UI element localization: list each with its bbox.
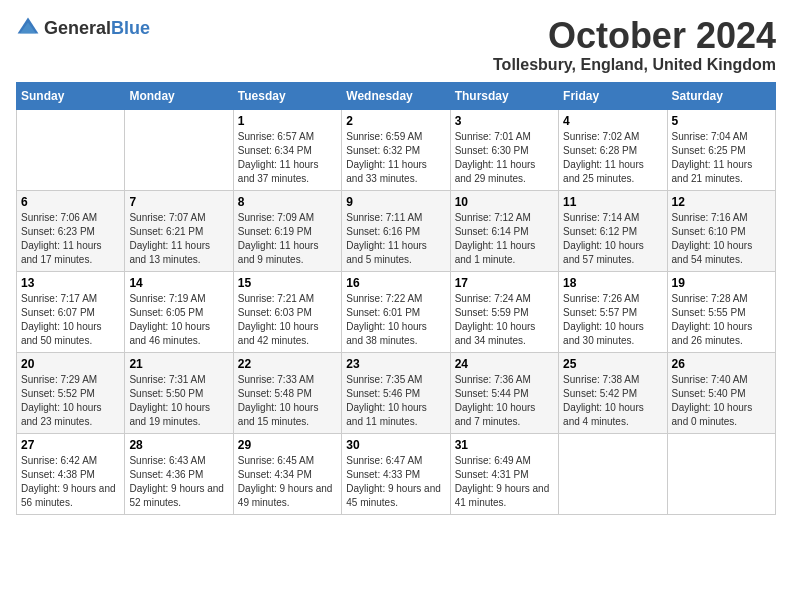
day-header-monday: Monday: [125, 82, 233, 109]
calendar-cell: 21Sunrise: 7:31 AM Sunset: 5:50 PM Dayli…: [125, 352, 233, 433]
calendar-week-row: 27Sunrise: 6:42 AM Sunset: 4:38 PM Dayli…: [17, 433, 776, 514]
calendar-cell: 6Sunrise: 7:06 AM Sunset: 6:23 PM Daylig…: [17, 190, 125, 271]
calendar-table: SundayMondayTuesdayWednesdayThursdayFrid…: [16, 82, 776, 515]
calendar-cell: 28Sunrise: 6:43 AM Sunset: 4:36 PM Dayli…: [125, 433, 233, 514]
day-number: 7: [129, 195, 228, 209]
calendar-cell: [559, 433, 667, 514]
logo-general: General: [44, 18, 111, 38]
calendar-cell: 5Sunrise: 7:04 AM Sunset: 6:25 PM Daylig…: [667, 109, 775, 190]
day-info: Sunrise: 7:16 AM Sunset: 6:10 PM Dayligh…: [672, 211, 771, 267]
day-number: 18: [563, 276, 662, 290]
day-number: 19: [672, 276, 771, 290]
location-title: Tollesbury, England, United Kingdom: [493, 56, 776, 74]
calendar-cell: 19Sunrise: 7:28 AM Sunset: 5:55 PM Dayli…: [667, 271, 775, 352]
day-number: 12: [672, 195, 771, 209]
day-number: 5: [672, 114, 771, 128]
calendar-cell: 26Sunrise: 7:40 AM Sunset: 5:40 PM Dayli…: [667, 352, 775, 433]
day-header-wednesday: Wednesday: [342, 82, 450, 109]
day-info: Sunrise: 7:12 AM Sunset: 6:14 PM Dayligh…: [455, 211, 554, 267]
day-number: 4: [563, 114, 662, 128]
day-number: 1: [238, 114, 337, 128]
calendar-cell: 14Sunrise: 7:19 AM Sunset: 6:05 PM Dayli…: [125, 271, 233, 352]
calendar-cell: [667, 433, 775, 514]
day-number: 26: [672, 357, 771, 371]
calendar-cell: 7Sunrise: 7:07 AM Sunset: 6:21 PM Daylig…: [125, 190, 233, 271]
day-info: Sunrise: 7:35 AM Sunset: 5:46 PM Dayligh…: [346, 373, 445, 429]
day-number: 13: [21, 276, 120, 290]
day-info: Sunrise: 7:21 AM Sunset: 6:03 PM Dayligh…: [238, 292, 337, 348]
calendar-cell: [17, 109, 125, 190]
day-number: 27: [21, 438, 120, 452]
calendar-cell: 1Sunrise: 6:57 AM Sunset: 6:34 PM Daylig…: [233, 109, 341, 190]
day-info: Sunrise: 7:01 AM Sunset: 6:30 PM Dayligh…: [455, 130, 554, 186]
calendar-cell: 11Sunrise: 7:14 AM Sunset: 6:12 PM Dayli…: [559, 190, 667, 271]
calendar-cell: 9Sunrise: 7:11 AM Sunset: 6:16 PM Daylig…: [342, 190, 450, 271]
calendar-week-row: 6Sunrise: 7:06 AM Sunset: 6:23 PM Daylig…: [17, 190, 776, 271]
calendar-cell: 2Sunrise: 6:59 AM Sunset: 6:32 PM Daylig…: [342, 109, 450, 190]
day-header-thursday: Thursday: [450, 82, 558, 109]
day-header-tuesday: Tuesday: [233, 82, 341, 109]
logo-blue-text: Blue: [111, 18, 150, 38]
day-info: Sunrise: 6:57 AM Sunset: 6:34 PM Dayligh…: [238, 130, 337, 186]
calendar-cell: [125, 109, 233, 190]
day-info: Sunrise: 7:28 AM Sunset: 5:55 PM Dayligh…: [672, 292, 771, 348]
day-info: Sunrise: 6:45 AM Sunset: 4:34 PM Dayligh…: [238, 454, 337, 510]
calendar-cell: 25Sunrise: 7:38 AM Sunset: 5:42 PM Dayli…: [559, 352, 667, 433]
day-info: Sunrise: 7:17 AM Sunset: 6:07 PM Dayligh…: [21, 292, 120, 348]
day-info: Sunrise: 7:36 AM Sunset: 5:44 PM Dayligh…: [455, 373, 554, 429]
day-number: 31: [455, 438, 554, 452]
day-number: 11: [563, 195, 662, 209]
calendar-week-row: 1Sunrise: 6:57 AM Sunset: 6:34 PM Daylig…: [17, 109, 776, 190]
day-number: 6: [21, 195, 120, 209]
calendar-cell: 3Sunrise: 7:01 AM Sunset: 6:30 PM Daylig…: [450, 109, 558, 190]
day-number: 2: [346, 114, 445, 128]
title-block: October 2024 Tollesbury, England, United…: [493, 16, 776, 74]
day-info: Sunrise: 7:02 AM Sunset: 6:28 PM Dayligh…: [563, 130, 662, 186]
calendar-cell: 17Sunrise: 7:24 AM Sunset: 5:59 PM Dayli…: [450, 271, 558, 352]
day-info: Sunrise: 7:19 AM Sunset: 6:05 PM Dayligh…: [129, 292, 228, 348]
day-number: 25: [563, 357, 662, 371]
calendar-cell: 31Sunrise: 6:49 AM Sunset: 4:31 PM Dayli…: [450, 433, 558, 514]
logo-text: GeneralBlue: [44, 18, 150, 39]
day-number: 20: [21, 357, 120, 371]
day-info: Sunrise: 6:49 AM Sunset: 4:31 PM Dayligh…: [455, 454, 554, 510]
calendar-cell: 16Sunrise: 7:22 AM Sunset: 6:01 PM Dayli…: [342, 271, 450, 352]
day-info: Sunrise: 7:24 AM Sunset: 5:59 PM Dayligh…: [455, 292, 554, 348]
logo-icon: [16, 16, 40, 40]
day-number: 3: [455, 114, 554, 128]
day-info: Sunrise: 7:29 AM Sunset: 5:52 PM Dayligh…: [21, 373, 120, 429]
day-info: Sunrise: 7:04 AM Sunset: 6:25 PM Dayligh…: [672, 130, 771, 186]
day-number: 23: [346, 357, 445, 371]
day-number: 9: [346, 195, 445, 209]
calendar-cell: 20Sunrise: 7:29 AM Sunset: 5:52 PM Dayli…: [17, 352, 125, 433]
day-header-friday: Friday: [559, 82, 667, 109]
day-info: Sunrise: 7:11 AM Sunset: 6:16 PM Dayligh…: [346, 211, 445, 267]
day-header-sunday: Sunday: [17, 82, 125, 109]
day-number: 29: [238, 438, 337, 452]
calendar-cell: 27Sunrise: 6:42 AM Sunset: 4:38 PM Dayli…: [17, 433, 125, 514]
day-number: 28: [129, 438, 228, 452]
day-number: 17: [455, 276, 554, 290]
calendar-week-row: 13Sunrise: 7:17 AM Sunset: 6:07 PM Dayli…: [17, 271, 776, 352]
calendar-cell: 23Sunrise: 7:35 AM Sunset: 5:46 PM Dayli…: [342, 352, 450, 433]
day-info: Sunrise: 7:31 AM Sunset: 5:50 PM Dayligh…: [129, 373, 228, 429]
calendar-cell: 18Sunrise: 7:26 AM Sunset: 5:57 PM Dayli…: [559, 271, 667, 352]
day-info: Sunrise: 7:22 AM Sunset: 6:01 PM Dayligh…: [346, 292, 445, 348]
day-info: Sunrise: 7:07 AM Sunset: 6:21 PM Dayligh…: [129, 211, 228, 267]
calendar-cell: 8Sunrise: 7:09 AM Sunset: 6:19 PM Daylig…: [233, 190, 341, 271]
calendar-cell: 24Sunrise: 7:36 AM Sunset: 5:44 PM Dayli…: [450, 352, 558, 433]
day-number: 22: [238, 357, 337, 371]
calendar-cell: 12Sunrise: 7:16 AM Sunset: 6:10 PM Dayli…: [667, 190, 775, 271]
page-header: GeneralBlue October 2024 Tollesbury, Eng…: [16, 16, 776, 74]
month-title: October 2024: [493, 16, 776, 56]
day-number: 8: [238, 195, 337, 209]
day-info: Sunrise: 6:59 AM Sunset: 6:32 PM Dayligh…: [346, 130, 445, 186]
day-number: 21: [129, 357, 228, 371]
day-number: 10: [455, 195, 554, 209]
day-info: Sunrise: 7:09 AM Sunset: 6:19 PM Dayligh…: [238, 211, 337, 267]
day-number: 24: [455, 357, 554, 371]
calendar-cell: 30Sunrise: 6:47 AM Sunset: 4:33 PM Dayli…: [342, 433, 450, 514]
calendar-cell: 13Sunrise: 7:17 AM Sunset: 6:07 PM Dayli…: [17, 271, 125, 352]
day-number: 14: [129, 276, 228, 290]
calendar-week-row: 20Sunrise: 7:29 AM Sunset: 5:52 PM Dayli…: [17, 352, 776, 433]
